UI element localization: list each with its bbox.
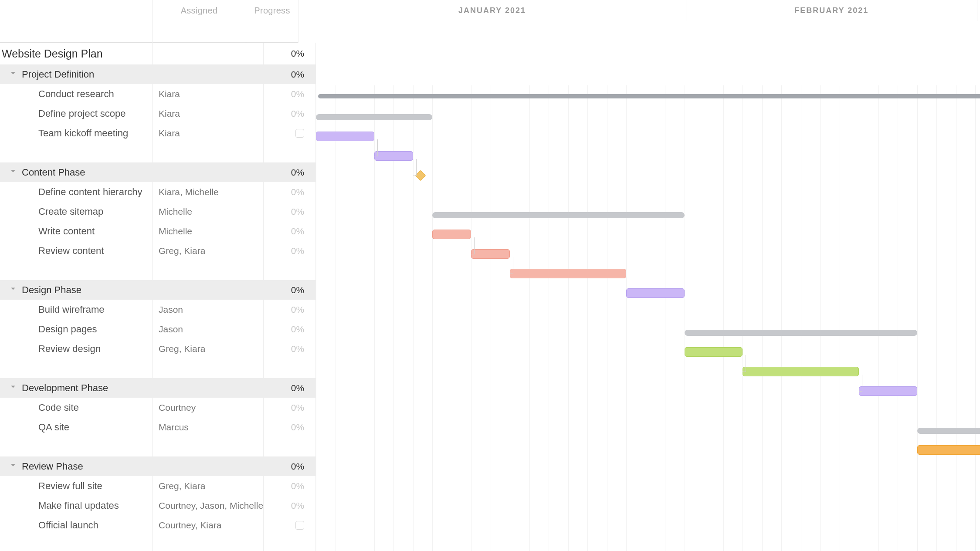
summary-bar[interactable] [316,114,432,120]
progress-cell[interactable]: 0% [264,319,315,339]
chevron-down-icon[interactable] [10,286,16,293]
progress-cell[interactable]: 0% [264,64,315,84]
assigned-cell[interactable]: Greg, Kiara [153,339,263,358]
assigned-cell[interactable]: Greg, Kiara [153,476,263,496]
task-bar[interactable] [743,367,859,376]
task-bar[interactable] [685,347,743,357]
milestone-marker[interactable] [415,170,426,181]
column-header-progress[interactable]: Progress [246,0,298,21]
assigned-cell[interactable]: Michelle [153,202,263,221]
task-bar[interactable] [917,445,980,455]
progress-cell[interactable]: 0% [264,280,315,300]
progress-cell[interactable] [264,515,315,535]
dependency-link [374,139,378,156]
assigned-cell[interactable]: Courtney [153,398,263,417]
group-row[interactable]: Content Phase [0,162,152,182]
progress-cell[interactable]: 0% [264,476,315,496]
task-row[interactable]: Make final updates [0,496,152,515]
assigned-cell[interactable]: Courtney, Kiara [153,515,263,535]
chevron-down-icon[interactable] [10,384,16,391]
task-row[interactable]: Build wireframe [0,300,152,319]
progress-cell [264,260,315,280]
progress-cell[interactable]: 0% [264,182,315,202]
assigned-cell [153,64,263,84]
plan-title[interactable]: Website Design Plan [0,43,152,64]
assigned-cell[interactable]: Kiara [153,84,263,104]
plan-summary-bar[interactable] [318,94,980,98]
progress-cell[interactable]: 0% [264,104,315,123]
task-bar[interactable] [432,230,471,239]
gantt-track [316,186,980,205]
progress-cell[interactable]: 0% [264,456,315,476]
assigned-cell[interactable]: Jason [153,319,263,339]
chevron-down-icon[interactable] [10,462,16,469]
task-row[interactable]: Define project scope [0,104,152,123]
progress-cell[interactable]: 0% [264,241,315,260]
group-row[interactable]: Project Definition [0,64,152,84]
assigned-cell[interactable]: Jason [153,300,263,319]
assigned-cell[interactable]: Courtney, Jason, Michelle [153,496,263,515]
gantt-track [316,401,980,421]
milestone-checkbox[interactable] [295,521,304,530]
assigned-cell[interactable]: Michelle [153,221,263,241]
milestone-checkbox[interactable] [295,129,304,138]
assigned-cell[interactable]: Kiara, Michelle [153,182,263,202]
task-row[interactable]: QA site [0,417,152,437]
task-bar[interactable] [626,288,685,298]
task-bar[interactable] [316,132,374,141]
summary-bar[interactable] [917,428,980,434]
task-row[interactable]: Define content hierarchy [0,182,152,202]
task-row[interactable]: Design pages [0,319,152,339]
assigned-cell[interactable]: Greg, Kiara [153,241,263,260]
chevron-down-icon[interactable] [10,168,16,175]
progress-cell[interactable]: 0% [264,378,315,398]
dependency-link [743,355,746,372]
assigned-cell [153,260,263,280]
task-row[interactable]: Review content [0,241,152,260]
task-bar[interactable] [374,151,413,161]
task-bar[interactable] [859,386,917,396]
progress-cell[interactable] [264,123,315,143]
assigned-cell[interactable]: Kiara [153,104,263,123]
spacer-row [0,260,152,280]
progress-cell [264,358,315,378]
task-row[interactable]: Review full site [0,476,152,496]
group-row[interactable]: Design Phase [0,280,152,300]
group-row[interactable]: Review Phase [0,456,152,476]
task-name: Create sitemap [38,206,103,217]
column-header-assigned[interactable]: Assigned [153,0,246,21]
summary-bar[interactable] [432,212,685,218]
task-row[interactable]: Review design [0,339,152,358]
progress-cell[interactable]: 0% [264,339,315,358]
task-row[interactable]: Code site [0,398,152,417]
assigned-cell [153,162,263,182]
chevron-down-icon[interactable] [10,70,16,77]
assigned-cell[interactable]: Kiara [153,123,263,143]
task-name: Review content [38,245,104,257]
task-name: Review full site [38,480,102,492]
task-row[interactable]: Official launch [0,515,152,535]
progress-cell[interactable]: 0% [264,496,315,515]
progress-cell[interactable]: 0% [264,202,315,221]
task-bar[interactable] [471,249,510,259]
gantt-track [316,264,980,284]
dependency-link [859,375,862,392]
gantt-track [316,382,980,401]
progress-cell[interactable]: 0% [264,84,315,104]
task-row[interactable]: Team kickoff meeting [0,123,152,143]
assigned-cell[interactable]: Marcus [153,417,263,437]
progress-cell[interactable]: 0% [264,221,315,241]
progress-cell[interactable]: 0% [264,417,315,437]
task-row[interactable]: Write content [0,221,152,241]
progress-cell[interactable]: 0% [264,300,315,319]
group-row[interactable]: Development Phase [0,378,152,398]
progress-cell[interactable]: 0% [264,162,315,182]
summary-bar[interactable] [685,330,917,336]
spacer-row [0,437,152,456]
task-name: Code site [38,402,79,413]
spacer-row [0,143,152,162]
task-row[interactable]: Create sitemap [0,202,152,221]
progress-cell[interactable]: 0% [264,398,315,417]
task-row[interactable]: Conduct research [0,84,152,104]
task-bar[interactable] [510,269,626,278]
